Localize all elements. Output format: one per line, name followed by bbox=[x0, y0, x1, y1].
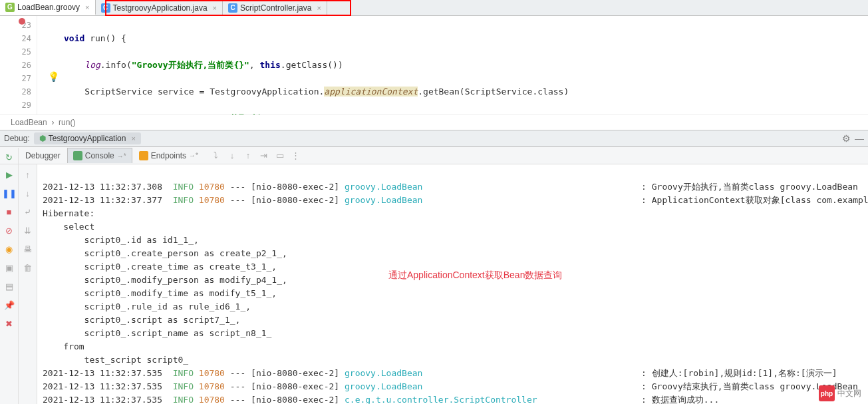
tab-endpoints[interactable]: Endpoints→* bbox=[134, 148, 204, 163]
close-icon[interactable]: × bbox=[82, 3, 89, 11]
spring-icon: ⬢ bbox=[39, 134, 46, 143]
java-icon: C bbox=[228, 3, 237, 13]
tab-label: LoadBean.groovy bbox=[17, 3, 80, 12]
tab-loadbean[interactable]: G LoadBean.groovy × bbox=[0, 0, 96, 15]
pause-icon[interactable]: ❚❚ bbox=[3, 187, 15, 199]
sql-line: script0_.script_name as script_n8_1_ bbox=[43, 328, 271, 338]
tab-label: TestgroovyApplication.java bbox=[113, 3, 208, 13]
minimize-icon[interactable]: — bbox=[855, 133, 864, 144]
evaluate-icon[interactable]: ▭ bbox=[274, 150, 286, 162]
sql-line: test_script script0_ bbox=[43, 355, 188, 365]
log-line: 2021-12-13 11:32:37.535 INFO 10780 --- [… bbox=[43, 381, 858, 391]
code-line: ScriptService service = TestgroovyApplic… bbox=[64, 85, 614, 99]
close-icon[interactable]: × bbox=[128, 134, 135, 142]
up-icon[interactable]: ↑ bbox=[22, 168, 34, 180]
close-icon[interactable]: ✖ bbox=[3, 317, 15, 329]
debug-tabs: Debugger Console→* Endpoints→* bbox=[19, 148, 204, 163]
php-logo-icon: php bbox=[819, 385, 835, 401]
java-icon: C bbox=[101, 3, 110, 13]
mute-breakpoints-icon[interactable]: ⊘ bbox=[3, 224, 15, 236]
print-icon[interactable]: 🖶 bbox=[22, 243, 34, 255]
code-line: void run() { bbox=[64, 32, 614, 45]
sql-line: Hibernate: bbox=[43, 208, 94, 218]
debug-config[interactable]: ⬢ TestgroovyApplication × bbox=[34, 132, 141, 144]
debug-label: Debug: bbox=[4, 134, 30, 143]
watermark: php 中文网 bbox=[819, 385, 861, 401]
breakpoint-icon[interactable] bbox=[19, 18, 25, 25]
console-output[interactable]: 2021-12-13 11:32:37.308 INFO 10780 --- [… bbox=[37, 164, 868, 404]
endpoints-icon bbox=[139, 151, 148, 160]
tab-testgroovy[interactable]: C TestgroovyApplication.java × bbox=[96, 0, 223, 15]
stop-icon[interactable]: ■ bbox=[3, 206, 15, 218]
code-area[interactable]: void run() { log.info("Groovy开始执行,当前类{}"… bbox=[37, 16, 614, 114]
step-out-icon[interactable]: ↑ bbox=[242, 150, 254, 162]
log-line: 2021-12-13 11:32:37.308 INFO 10780 --- [… bbox=[43, 182, 858, 192]
log-line: 2021-12-13 11:32:37.535 INFO 10780 --- [… bbox=[43, 368, 837, 378]
step-into-icon[interactable]: ↓ bbox=[226, 150, 238, 162]
view-breakpoints-icon[interactable]: ◉ bbox=[3, 243, 15, 255]
scroll-icon[interactable]: ⇊ bbox=[22, 224, 34, 236]
sql-line: script0_.script as script7_1_, bbox=[43, 315, 240, 325]
tab-label: ScriptController.java bbox=[240, 3, 311, 13]
run-toolbar: ▶ ❚❚ ■ ⊘ ◉ ▣ ▤ 📌 ✖ bbox=[0, 164, 19, 404]
sql-line: script0_.create_time as create_t3_1_, bbox=[43, 262, 277, 272]
wrap-icon[interactable]: ⤶ bbox=[22, 206, 34, 218]
sql-line: script0_.modify_person as modify_p4_1_, bbox=[43, 275, 287, 285]
log-line: 2021-12-13 11:32:37.535 INFO 10780 --- [… bbox=[43, 395, 719, 404]
step-toolbar: ⤵ ↓ ↑ ⇥ ▭ ⋮ bbox=[204, 150, 302, 162]
tab-console[interactable]: Console→* bbox=[67, 148, 132, 163]
trace-icon[interactable]: ⋮ bbox=[290, 150, 302, 162]
sql-line: script0_.create_person as create_p2_1_, bbox=[43, 248, 287, 258]
sql-line: script0_.modify_time as modify_t5_1_, bbox=[43, 288, 277, 298]
sql-line: script0_.id as id1_1_, bbox=[43, 235, 199, 245]
close-icon[interactable]: × bbox=[314, 4, 321, 12]
groovy-icon: G bbox=[5, 3, 15, 12]
close-icon[interactable]: × bbox=[210, 4, 217, 12]
step-over-icon[interactable]: ⤵ bbox=[210, 150, 222, 162]
clear-icon[interactable]: 🗑 bbox=[22, 262, 34, 274]
editor-tabs: G LoadBean.groovy × C TestgroovyApplicat… bbox=[0, 0, 868, 16]
console-icon bbox=[73, 151, 82, 160]
down-icon[interactable]: ↓ bbox=[22, 187, 34, 199]
tab-scriptcontroller[interactable]: C ScriptController.java × bbox=[223, 0, 327, 15]
run-icon[interactable]: ▶ bbox=[3, 168, 15, 180]
sql-line: from bbox=[43, 341, 84, 351]
pin-icon[interactable]: 📌 bbox=[3, 299, 15, 311]
breadcrumb: LoadBean › run() bbox=[0, 114, 868, 130]
console-toolbar: ↑ ↓ ⤶ ⇊ 🖶 🗑 bbox=[19, 164, 37, 404]
code-line: log.info("Groovy开始执行,当前类{}", this.getCla… bbox=[64, 59, 614, 72]
log-line: 2021-12-13 11:32:37.377 INFO 10780 --- [… bbox=[43, 195, 868, 205]
code-editor[interactable]: 23 24 25 26 27 28 29 💡 void run() { log.… bbox=[0, 16, 868, 114]
lightbulb-icon[interactable]: 💡 bbox=[48, 71, 59, 82]
debug-bar: Debug: ⬢ TestgroovyApplication × ⚙ — bbox=[0, 130, 868, 147]
gutter: 23 24 25 26 27 28 29 bbox=[0, 16, 37, 114]
sql-line: select bbox=[43, 222, 94, 232]
rerun-icon[interactable]: ↻ bbox=[3, 152, 15, 164]
code-line: log.info("ApplicationContext获取对象[{}]", s… bbox=[64, 112, 614, 114]
left-toolbar: ↻ bbox=[0, 148, 19, 164]
debug-toolbar: ↻ Debugger Console→* Endpoints→* ⤵ ↓ ↑ ⇥… bbox=[0, 147, 868, 164]
gear-icon[interactable]: ⚙ bbox=[842, 133, 851, 144]
annotation-text: 通过ApplicationContext获取Bean数据查询 bbox=[388, 268, 562, 282]
sql-line: script0_.rule_id as rule_id6_1_, bbox=[43, 302, 251, 311]
layout-icon[interactable]: ▣ bbox=[3, 262, 15, 274]
console-panel: ▶ ❚❚ ■ ⊘ ◉ ▣ ▤ 📌 ✖ ↑ ↓ ⤶ ⇊ 🖶 🗑 2021-12-1… bbox=[0, 164, 868, 404]
settings-icon[interactable]: ▤ bbox=[3, 280, 15, 292]
run-to-cursor-icon[interactable]: ⇥ bbox=[258, 150, 270, 162]
tab-debugger[interactable]: Debugger bbox=[20, 148, 66, 163]
